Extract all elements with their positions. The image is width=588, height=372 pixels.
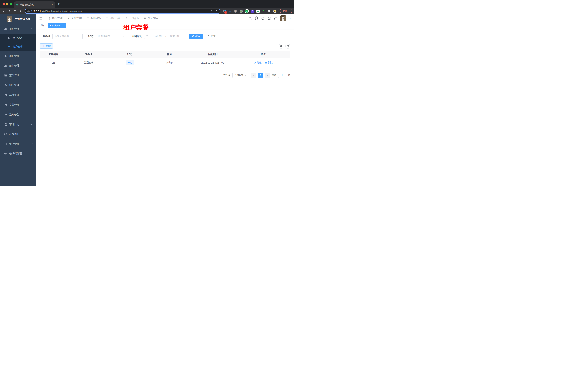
col-package-id: 套餐编号 <box>40 51 67 58</box>
sidebar-item-post-management[interactable]: 岗位管理 <box>0 90 36 100</box>
ext-chat-icon[interactable] <box>256 10 260 13</box>
status-select[interactable]: 请选择状态 <box>95 33 126 39</box>
cell-create-time: 2022-02-22 00:54:00 <box>189 58 236 68</box>
package-name-input[interactable] <box>52 33 83 39</box>
search-icon[interactable] <box>248 16 252 20</box>
sidebar-item-dictionary-management[interactable]: 字典管理 <box>0 100 36 110</box>
sidebar-item-label: 租户套餐 <box>13 45 23 48</box>
delete-link-label: 删除 <box>268 61 273 64</box>
sidebar-item-label: 部门管理 <box>9 84 19 87</box>
tab-close-icon[interactable]: ✕ <box>51 3 53 6</box>
delete-link[interactable]: 删除 <box>265 61 273 64</box>
sidebar-item-audit-log[interactable]: 审计日志 <box>0 119 36 129</box>
page-size-select[interactable]: 10条/页 <box>232 73 249 78</box>
reset-button[interactable]: 重置 <box>205 33 218 39</box>
top-nav-infrastructure[interactable]: 基础设施 <box>86 16 101 20</box>
browser-tab[interactable]: 芋道管理系统 ✕ <box>14 1 55 8</box>
font-size-icon[interactable] <box>274 16 277 20</box>
bookmark-star-icon[interactable] <box>215 10 218 13</box>
cell-package-id: 111 <box>40 58 67 68</box>
tag-close-icon[interactable]: ✕ <box>62 24 64 27</box>
sidebar-item-online-users[interactable]: 在线用户 <box>0 129 36 139</box>
close-window-button[interactable] <box>2 3 5 5</box>
app-title: 芋道管理系统 <box>14 17 31 21</box>
back-icon[interactable] <box>2 9 6 13</box>
search-button[interactable]: 搜索 <box>189 33 203 39</box>
start-date-input[interactable] <box>149 35 164 38</box>
sidebar-item-department-management[interactable]: 部门管理 <box>0 80 36 90</box>
top-nav-statistics[interactable]: 统计报表 <box>144 16 158 20</box>
top-nav-workflow[interactable]: 工作流程 <box>125 16 139 20</box>
browser-tab-strip: 芋道管理系统 ✕ + <box>0 0 294 8</box>
sidebar-item-label: 审计日志 <box>9 123 19 126</box>
sidebar-toggle-icon[interactable] <box>39 16 43 20</box>
ext-star-icon[interactable] <box>262 10 265 13</box>
ext-shield-icon[interactable] <box>251 10 254 13</box>
sidebar-item-menu-management[interactable]: 菜单管理 <box>0 71 36 80</box>
sidebar-item-label: 错误码管理 <box>9 152 22 155</box>
fullscreen-icon[interactable] <box>267 16 271 20</box>
online-signal-icon <box>4 133 7 136</box>
reload-icon[interactable] <box>13 9 17 13</box>
ext-emoji-icon[interactable] <box>273 10 276 13</box>
window-controls <box>2 3 12 5</box>
sidebar-item-tenant-list[interactable]: 租户列表 <box>0 34 36 43</box>
show-search-toggle-button[interactable] <box>279 44 284 49</box>
browser-toolbar: 127.0.0.1 :48080/admin-ui/system/tenant/… <box>0 8 294 14</box>
chevron-down-icon <box>122 35 124 37</box>
end-date-input[interactable] <box>167 35 182 38</box>
sidebar-item-role-management[interactable]: 角色管理 <box>0 61 36 71</box>
page-number-1[interactable]: 1 <box>258 73 263 78</box>
minimize-window-button[interactable] <box>6 3 8 5</box>
zoom-window-button[interactable] <box>10 3 12 5</box>
tag-label: 租户套餐 <box>52 24 61 27</box>
next-page-button[interactable]: › <box>265 73 270 78</box>
prev-page-button[interactable]: ‹ <box>251 73 256 78</box>
sidebar-item-error-code-management[interactable]: 错误码管理 <box>0 149 36 159</box>
chart-icon <box>144 17 147 20</box>
browser-menu-icon[interactable] <box>289 10 289 12</box>
edit-link[interactable]: 修改 <box>254 61 262 64</box>
table-header-row: 套餐编号 套餐名 状态 备注 创建时间 操作 <box>40 51 290 58</box>
user-avatar[interactable] <box>280 15 286 21</box>
url-path: :48080/admin-ui/system/tenant/package <box>41 10 83 12</box>
add-button[interactable]: ＋ 新增 <box>40 43 53 49</box>
ext-gem-icon[interactable] <box>228 10 231 13</box>
ext-circle-icon[interactable] <box>240 10 243 13</box>
dictionary-icon <box>4 103 7 106</box>
ext-command-icon[interactable]: ⌘ <box>234 10 237 13</box>
url-bar[interactable]: 127.0.0.1 :48080/admin-ui/system/tenant/… <box>25 9 220 14</box>
sidebar-item-sms-management[interactable]: 短信管理 <box>0 139 36 149</box>
tag-tenant-package[interactable]: 租户套餐 ✕ <box>48 23 65 28</box>
date-range-picker[interactable]: - <box>144 33 187 39</box>
sidebar-item-user-management[interactable]: 用户管理 <box>0 51 36 61</box>
sidebar-item-label: 租户列表 <box>13 36 23 40</box>
sidebar-item-tenant-package[interactable]: 租户套餐 <box>0 43 36 51</box>
calendar-icon <box>146 35 148 38</box>
top-nav-dev-tools[interactable]: 研发工具 <box>105 16 120 20</box>
sidebar-item-label: 在线用户 <box>9 133 19 136</box>
help-icon[interactable] <box>261 16 264 20</box>
post-badge-icon <box>4 94 7 97</box>
refresh-table-button[interactable] <box>285 44 290 49</box>
sidebar-item-notice-announcement[interactable]: 通知公告 <box>0 110 36 119</box>
home-icon[interactable] <box>19 9 23 13</box>
plus-icon: ＋ <box>42 44 45 48</box>
ext-tag-manager-icon[interactable]: 10 <box>223 10 226 13</box>
new-tab-button[interactable]: + <box>58 2 60 6</box>
tag-home[interactable]: 首页 <box>39 23 47 28</box>
top-nav-system[interactable]: 系统管理 <box>48 16 63 20</box>
sidebar-item-tenant-management[interactable]: 租户管理 <box>0 24 36 34</box>
ext-puzzle-icon[interactable] <box>268 10 271 13</box>
app-logo[interactable]: 芋道管理系统 <box>0 14 36 24</box>
avatar-caret-icon[interactable]: ▼ <box>289 17 291 19</box>
share-icon[interactable] <box>210 10 213 12</box>
github-icon[interactable] <box>255 16 258 20</box>
site-info-icon[interactable] <box>27 10 30 12</box>
top-nav-payment[interactable]: ¥ 支付管理 <box>67 16 82 20</box>
chevron-down-icon <box>245 74 247 76</box>
browser-update-button[interactable]: 更新 <box>280 9 292 13</box>
forward-icon[interactable] <box>7 9 11 13</box>
goto-page-input[interactable] <box>278 73 286 78</box>
ext-y-icon[interactable]: y <box>245 10 248 13</box>
